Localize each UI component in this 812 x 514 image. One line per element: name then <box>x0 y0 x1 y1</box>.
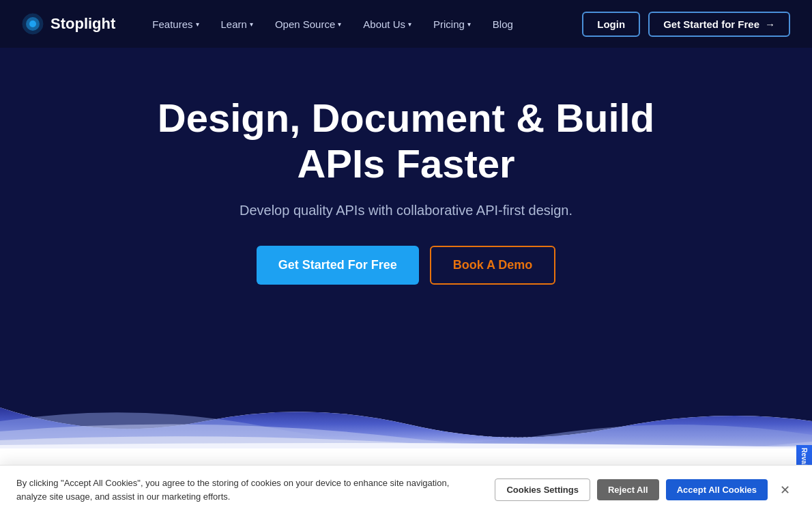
reject-cookies-button[interactable]: Reject All <box>597 479 659 500</box>
cookies-settings-button[interactable]: Cookies Settings <box>495 479 590 501</box>
hero-headline: Design, Document & Build APIs Faster <box>133 96 679 186</box>
nav-item-learn[interactable]: Learn ▾ <box>212 13 263 35</box>
cookie-actions: Cookies Settings Reject All Accept All C… <box>495 479 796 501</box>
wave-decoration <box>0 367 812 448</box>
cookie-banner: By clicking "Accept All Cookies", you ag… <box>0 465 812 514</box>
nav-links: Features ▾ Learn ▾ Open Source ▾ About U… <box>143 13 582 35</box>
stoplight-logo-icon <box>22 13 44 35</box>
nav-item-pricing[interactable]: Pricing ▾ <box>424 13 480 35</box>
login-button[interactable]: Login <box>582 12 640 37</box>
nav-item-about-us[interactable]: About Us ▾ <box>353 13 421 35</box>
nav-item-open-source[interactable]: Open Source ▾ <box>265 13 351 35</box>
chevron-down-icon: ▾ <box>408 20 411 28</box>
chevron-down-icon: ▾ <box>467 20 471 28</box>
cookie-text: By clicking "Accept All Cookies", you ag… <box>16 476 481 503</box>
hero-section: Design, Document & Build APIs Faster Dev… <box>0 48 812 367</box>
chevron-down-icon: ▾ <box>250 20 253 28</box>
hero-cta-primary[interactable]: Get Started For Free <box>257 246 419 285</box>
close-cookie-button[interactable]: ✕ <box>774 480 796 500</box>
logo-link[interactable]: Stoplight <box>22 13 115 35</box>
accept-cookies-button[interactable]: Accept All Cookies <box>666 479 768 500</box>
nav-item-blog[interactable]: Blog <box>483 13 523 35</box>
chevron-down-icon: ▾ <box>196 20 199 28</box>
navbar: Stoplight Features ▾ Learn ▾ Open Source… <box>0 0 812 48</box>
nav-item-features[interactable]: Features ▾ <box>143 13 208 35</box>
svg-point-2 <box>29 20 36 27</box>
nav-actions: Login Get Started for Free → <box>582 12 790 37</box>
hero-cta-secondary[interactable]: Book A Demo <box>430 246 556 285</box>
hero-subheadline: Develop quality APIs with collaborative … <box>14 203 798 218</box>
hero-buttons: Get Started For Free Book A Demo <box>14 246 798 285</box>
logo-text: Stoplight <box>50 15 115 33</box>
get-started-nav-button[interactable]: Get Started for Free → <box>648 12 790 37</box>
chevron-down-icon: ▾ <box>338 20 341 28</box>
